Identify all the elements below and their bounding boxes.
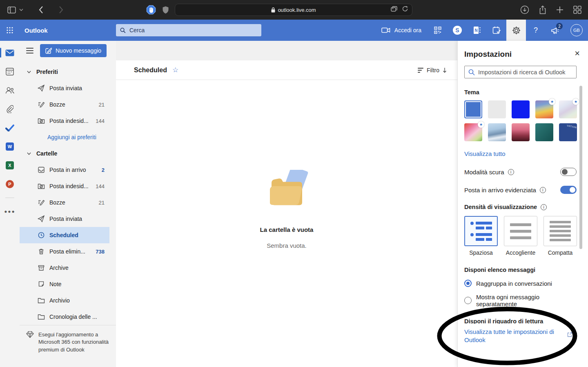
signin-now-button[interactable]: Accedi ora [375, 20, 428, 41]
folder-icon [38, 313, 45, 320]
radio-label: Raggruppa in conversazioni [476, 280, 552, 287]
shield-extension-icon[interactable] [163, 6, 169, 14]
radio-selected-icon[interactable] [464, 280, 472, 287]
radio-unselected-icon[interactable] [464, 297, 472, 304]
rail-people[interactable] [0, 81, 20, 100]
add-to-favorites-link[interactable]: Aggiungi ai preferiti [20, 129, 116, 145]
new-message-button[interactable]: Nuovo messaggio [40, 44, 107, 57]
new-tab-icon[interactable] [556, 6, 564, 13]
view-all-themes-link[interactable]: Visualizza tutto [464, 150, 577, 157]
forward-button[interactable] [59, 6, 63, 13]
folder-item-posta-indesiderata[interactable]: Posta indesid... 144 [20, 178, 116, 194]
settings-scrollbar[interactable] [579, 86, 582, 249]
folder-item-posta-inviata[interactable]: Posta inviata [20, 211, 116, 227]
folder-pane: Nuovo messaggio Preferiti Posta inviata … [20, 41, 116, 367]
trash-icon [38, 248, 45, 255]
settings-panel: × Impostazioni Tema ★ ★ ★ [457, 41, 588, 367]
chevron-down-icon[interactable] [19, 9, 23, 11]
calendar-check-icon[interactable] [487, 20, 506, 41]
theme-unicorn-art[interactable]: ★ [464, 123, 482, 141]
rail-divider [5, 198, 14, 198]
theme-light-gray[interactable] [488, 100, 506, 118]
hamburger-menu-icon[interactable] [26, 48, 33, 53]
premium-upsell[interactable]: Esegui l'aggiornamento a Microsoft 365 c… [20, 325, 116, 367]
folder-item-archive[interactable]: Archive [20, 260, 116, 276]
draft-icon [38, 199, 45, 206]
rail-todo[interactable] [0, 118, 20, 137]
folder-item-scheduled[interactable]: Scheduled [20, 227, 109, 243]
radio-group-conversations[interactable]: Raggruppa in conversazioni [464, 280, 577, 287]
folder-count: 2 [102, 167, 105, 173]
info-icon[interactable]: i [508, 169, 514, 175]
rail-excel[interactable]: X [0, 156, 20, 175]
tab-overview-icon[interactable] [391, 6, 397, 12]
theme-mountain-lake[interactable] [488, 123, 506, 141]
feedback-button[interactable]: 2 [546, 20, 565, 41]
rail-mail[interactable] [0, 43, 20, 62]
folder-label: Bozze [49, 199, 94, 206]
onenote-icon[interactable]: N [467, 20, 487, 41]
settings-search[interactable] [464, 66, 577, 78]
folder-item-posta-in-arrivo[interactable]: Posta in arrivo 2 [20, 162, 116, 178]
folder-icon [38, 297, 45, 304]
folder-item-posta-indesiderata-fav[interactable]: Posta indesid... 144 [20, 113, 116, 129]
close-icon[interactable]: × [575, 49, 580, 58]
info-icon[interactable]: i [541, 204, 547, 210]
theme-bright-blue[interactable] [512, 100, 530, 118]
settings-gear-button[interactable] [506, 20, 526, 41]
folder-count: 21 [99, 200, 105, 206]
account-button[interactable]: GB [565, 20, 588, 41]
reload-icon[interactable] [402, 6, 408, 12]
theme-blueprint[interactable]: VATION [559, 123, 577, 141]
settings-search-input[interactable] [478, 69, 572, 76]
sidebar-toggle-icon[interactable] [7, 7, 16, 13]
adblock-extension-icon[interactable] [146, 5, 156, 15]
help-button[interactable]: ? [526, 20, 546, 41]
tab-grid-icon[interactable] [573, 6, 581, 14]
back-button[interactable] [39, 6, 43, 13]
header-search[interactable] [116, 24, 261, 36]
folder-item-posta-eliminata[interactable]: Posta elimin... 738 [20, 243, 116, 260]
folders-section-header[interactable]: Cartelle [20, 145, 116, 162]
junk-folder-icon [38, 182, 45, 190]
address-bar[interactable]: outlook.live.com [175, 4, 412, 16]
dark-mode-toggle[interactable] [560, 168, 577, 176]
info-icon[interactable]: i [540, 187, 546, 193]
folder-label: Note [49, 281, 100, 287]
theme-circuit-board[interactable] [535, 123, 553, 141]
folder-item-bozze[interactable]: Bozze 21 [20, 194, 116, 211]
search-input[interactable] [129, 27, 257, 33]
rail-more-apps[interactable]: ●●● [0, 202, 20, 221]
theme-rainbow[interactable]: ★ [535, 100, 553, 118]
rail-word[interactable]: W [0, 137, 20, 156]
share-icon[interactable] [539, 5, 546, 14]
dark-mode-label: Modalità scura [464, 169, 504, 176]
empty-state: La cartella è vuota Sembra vuota. [116, 51, 457, 367]
focused-inbox-toggle[interactable] [560, 186, 577, 194]
blueprint-text: VATION [566, 125, 577, 129]
density-option-accogliente[interactable]: Accogliente [504, 216, 537, 256]
favorites-section-header[interactable]: Preferiti [20, 64, 116, 80]
external-link-icon[interactable] [567, 332, 572, 337]
theme-pastel-swirl[interactable]: ★ [559, 100, 577, 118]
folder-item-bozze-fav[interactable]: Bozze 21 [20, 96, 116, 113]
folder-item-cronologia[interactable]: Cronologia delle ... [20, 309, 116, 325]
rail-calendar[interactable] [0, 62, 20, 81]
junk-folder-icon [38, 117, 45, 125]
radio-separate-messages[interactable]: Mostra ogni messaggio separatamente [464, 294, 577, 307]
folder-item-archivio[interactable]: Archivio [20, 292, 116, 309]
density-option-spaziosa[interactable]: Spaziosa [464, 216, 498, 256]
density-option-compatta[interactable]: Compatta [543, 216, 577, 256]
theme-palm-sunset[interactable] [512, 123, 530, 141]
folder-label: Scheduled [49, 232, 94, 238]
app-launcher-icon[interactable] [0, 20, 20, 41]
all-settings-link[interactable]: Visualizza tutte le impostazioni di Outl… [464, 328, 556, 344]
folder-item-note[interactable]: Note [20, 276, 116, 292]
folder-item-posta-inviata-fav[interactable]: Posta inviata [20, 80, 116, 96]
downloads-icon[interactable] [520, 5, 529, 14]
rail-powerpoint[interactable]: P [0, 175, 20, 194]
rail-attachments[interactable] [0, 100, 20, 118]
skype-icon[interactable]: S [448, 20, 467, 41]
theme-blue-default[interactable] [464, 100, 482, 118]
qr-code-icon[interactable] [428, 20, 448, 41]
